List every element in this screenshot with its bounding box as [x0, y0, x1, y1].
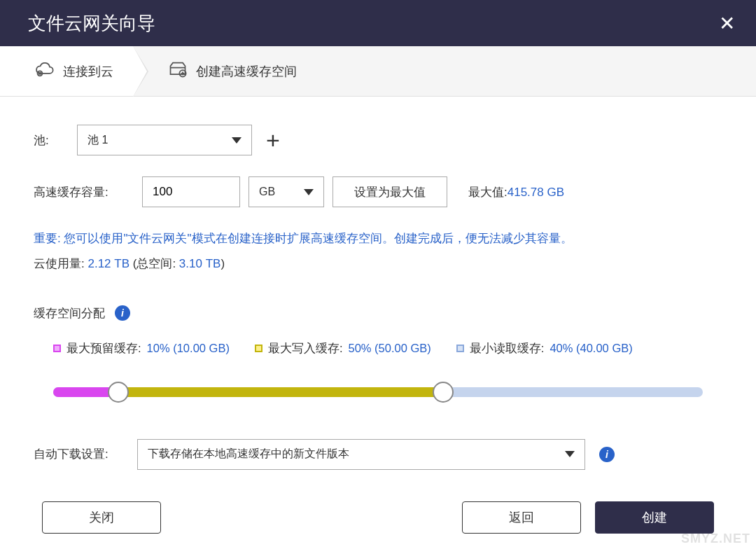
step-label: 创建高速缓存空间: [196, 63, 297, 80]
capacity-label: 高速缓存容量:: [34, 184, 128, 200]
legend-write: 最大写入缓存: 50% (50.00 GB): [255, 341, 431, 356]
pool-row: 池: 池 1 +: [34, 125, 722, 155]
step-label: 连接到云: [63, 63, 113, 80]
download-setting-select[interactable]: 下载存储在本地高速缓存中的新文件版本: [137, 439, 585, 470]
capacity-input[interactable]: [142, 176, 240, 207]
step-connect-cloud[interactable]: 连接到云: [0, 46, 133, 96]
allocation-slider[interactable]: [53, 387, 703, 397]
dialog-footer: 关闭 返回 创建: [0, 486, 756, 549]
close-icon[interactable]: ✕: [719, 12, 735, 35]
allocation-section-title: 缓存空间分配 i: [34, 305, 722, 321]
allocation-legend: 最大预留缓存: 10% (10.00 GB) 最大写入缓存: 50% (50.0…: [53, 341, 722, 356]
download-selected-value: 下载存储在本地高速缓存中的新文件版本: [148, 447, 349, 461]
pool-label: 池:: [34, 132, 67, 148]
slider-handle-2[interactable]: [433, 382, 454, 403]
download-row: 自动下载设置: 下载存储在本地高速缓存中的新文件版本 i: [34, 439, 722, 470]
close-button[interactable]: 关闭: [42, 501, 161, 534]
slider-segment-write: [118, 387, 443, 397]
swatch-pink: [53, 345, 61, 352]
capacity-unit-select[interactable]: GB: [248, 176, 324, 207]
pool-select[interactable]: 池 1: [77, 125, 252, 155]
wizard-steps: 连接到云 创建高速缓存空间: [0, 46, 756, 97]
step-create-cache[interactable]: 创建高速缓存空间: [133, 46, 316, 96]
create-button[interactable]: 创建: [595, 501, 714, 534]
max-value-text: 最大值:415.78 GB: [468, 184, 564, 200]
dialog-title: 文件云网关向导: [28, 11, 155, 36]
swatch-yellow: [255, 345, 262, 352]
chevron-down-icon: [232, 137, 241, 144]
chevron-down-icon: [304, 189, 314, 195]
pool-selected-value: 池 1: [88, 133, 108, 148]
unit-selected-value: GB: [259, 186, 275, 198]
slider-handle-1[interactable]: [108, 382, 129, 403]
capacity-row: 高速缓存容量: GB 设置为最大值 最大值:415.78 GB: [34, 176, 722, 207]
cloud-usage-text: 云使用量: 2.12 TB (总空间: 3.10 TB): [34, 256, 722, 272]
back-button[interactable]: 返回: [462, 501, 581, 534]
chevron-down-icon: [565, 451, 575, 457]
swatch-blue: [456, 345, 464, 352]
storage-add-icon: [168, 60, 188, 83]
set-max-button[interactable]: 设置为最大值: [332, 176, 447, 207]
cloud-icon: [35, 60, 55, 83]
legend-reserved: 最大预留缓存: 10% (10.00 GB): [53, 341, 230, 356]
legend-read: 最小读取缓存: 40% (40.00 GB): [456, 341, 633, 356]
dialog-header: 文件云网关向导 ✕: [0, 0, 756, 46]
info-icon[interactable]: i: [599, 447, 615, 462]
add-pool-button[interactable]: +: [266, 128, 280, 152]
dialog-content: 池: 池 1 + 高速缓存容量: GB 设置为最大值 最大值:415.78 GB…: [0, 97, 756, 470]
download-label: 自动下载设置:: [34, 446, 132, 462]
important-note: 重要: 您可以使用"文件云网关"模式在创建连接时扩展高速缓存空间。创建完成后，便…: [34, 228, 722, 250]
info-icon[interactable]: i: [115, 305, 130, 321]
